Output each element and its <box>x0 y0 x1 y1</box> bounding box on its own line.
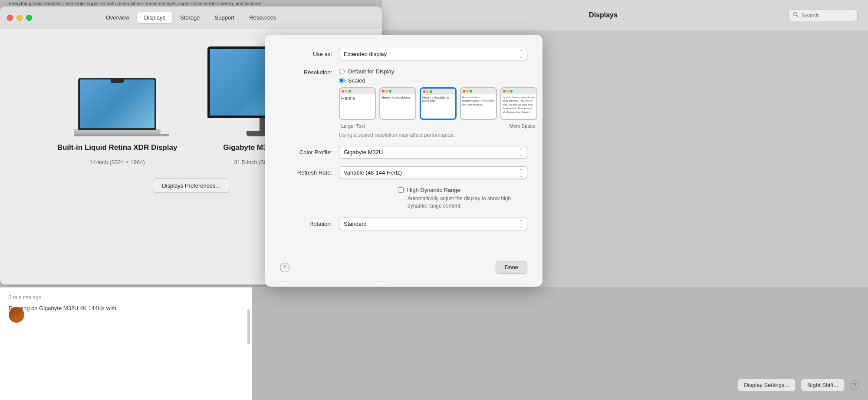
refresh-rate-control: Variable (48-144 Hertz) 144 Hertz 120 He… <box>339 166 527 179</box>
bottom-area: 3 minutes ago Running on Gigabyte M32U 4… <box>0 287 868 400</box>
resolution-thumb-5[interactable]: Here's to the crazy ones who see things … <box>500 87 537 120</box>
chat-timestamp: 3 minutes ago <box>9 294 243 301</box>
use-as-select[interactable]: Extended display Mirror for Built-in Dis… <box>339 48 527 60</box>
thumb-5-yellow-dot <box>506 90 509 93</box>
thumb-3-green-dot <box>430 90 432 93</box>
resolution-options: Default for Display Scaled <box>339 68 537 84</box>
color-profile-select[interactable]: Gigabyte M32U Display P3 sRGB IEC61966-2… <box>339 146 527 159</box>
resolution-control: Default for Display Scaled H <box>339 68 537 138</box>
svg-line-1 <box>796 16 798 17</box>
tab-storage[interactable]: Storage <box>173 12 207 23</box>
res-thumb-4-text: Here's to the cr troublemakers. The ro o… <box>462 96 494 106</box>
resolution-note: Using a scaled resolution may affect per… <box>339 132 537 138</box>
refresh-rate-label: Refresh Rate: <box>280 169 332 176</box>
res-thumb-5-content: Here's to the crazy ones who see things … <box>501 94 536 119</box>
builtin-display-item: Built-in Liquid Retina XDR Display 14-in… <box>57 78 178 165</box>
search-box[interactable] <box>788 9 858 21</box>
use-as-select-wrapper[interactable]: Extended display Mirror for Built-in Dis… <box>339 48 527 60</box>
color-profile-row: Color Profile: Gigabyte M32U Display P3 … <box>280 146 527 159</box>
resolution-thumb-4[interactable]: Here's to the cr troublemakers. The ro o… <box>460 87 497 120</box>
chat-message-row: Running on Gigabyte M32U 4K 144Hz with <box>9 304 243 313</box>
bottom-help-button[interactable]: ? <box>850 380 859 390</box>
resolution-thumb-1[interactable]: Here's <box>339 87 376 120</box>
thumb-4-yellow-dot <box>466 90 469 93</box>
night-shift-button[interactable]: Night Shift... <box>801 379 845 391</box>
top-text-content: Everything looks fantastic, text looks s… <box>9 1 261 6</box>
rotation-label: Rotation: <box>280 221 332 227</box>
color-profile-control: Gigabyte M32U Display P3 sRGB IEC61966-2… <box>339 146 527 159</box>
thumb-4-red-dot <box>463 90 465 93</box>
display-settings-button[interactable]: Display Settings... <box>737 379 796 391</box>
resolution-default-option[interactable]: Default for Display <box>339 68 537 75</box>
refresh-rate-row: Refresh Rate: Variable (48-144 Hertz) 14… <box>280 166 527 179</box>
res-thumb-1-text: Here's <box>341 96 355 101</box>
displays-panel: Use as: Extended display Mirror for Buil… <box>265 35 542 287</box>
res-thumb-2-text: Here's to troublem <box>381 96 410 99</box>
hdr-section: High Dynamic Range Automatically adjust … <box>398 187 527 210</box>
sysprefs-title: Displays <box>521 11 685 19</box>
color-profile-select-wrapper[interactable]: Gigabyte M32U Display P3 sRGB IEC61966-2… <box>339 146 527 159</box>
hdr-row: High Dynamic Range Automatically adjust … <box>280 187 527 210</box>
thumb-3-yellow-dot <box>426 90 429 93</box>
chat-panel: 3 minutes ago Running on Gigabyte M32U 4… <box>0 287 252 400</box>
refresh-rate-select-wrapper[interactable]: Variable (48-144 Hertz) 144 Hertz 120 He… <box>339 166 527 179</box>
use-as-row: Use as: Extended display Mirror for Buil… <box>280 48 527 60</box>
thumb-5-red-dot <box>503 90 506 93</box>
panel-footer: ? Done <box>280 257 527 274</box>
hdr-description: Automatically adjust the display to show… <box>408 195 527 210</box>
traffic-lights <box>7 15 32 21</box>
search-icon <box>793 12 799 19</box>
thumb-1-green-dot <box>349 90 351 93</box>
resolution-more-space-label: More Space <box>510 123 535 129</box>
close-button[interactable] <box>7 15 13 21</box>
displays-preferences-button[interactable]: Displays Preferences... <box>153 179 229 193</box>
chat-message: Running on Gigabyte M32U 4K 144Hz with <box>9 304 116 313</box>
resolution-default-radio[interactable] <box>339 69 345 74</box>
tab-overview[interactable]: Overview <box>99 12 136 23</box>
laptop-bottom <box>74 134 169 136</box>
resolution-thumb-3[interactable]: Here's to troublema ones who <box>420 87 457 120</box>
rotation-select-wrapper[interactable]: Standard 90° 180° 270° ⌃⌄ <box>339 218 527 230</box>
thumb-2-yellow-dot <box>385 90 388 93</box>
thumb-1-red-dot <box>342 90 344 93</box>
thumb-4-green-dot <box>470 90 472 93</box>
search-input[interactable] <box>801 12 853 19</box>
tab-bar: Overview Displays Storage Support Resour… <box>99 12 283 23</box>
hdr-label: High Dynamic Range <box>407 187 460 193</box>
maximize-button[interactable] <box>26 15 32 21</box>
resolution-scaled-option[interactable]: Scaled <box>339 77 537 84</box>
tab-displays[interactable]: Displays <box>137 12 172 23</box>
resolution-scaled-radio[interactable] <box>339 78 345 83</box>
tab-support[interactable]: Support <box>208 12 242 23</box>
res-thumb-5-text: Here's to the crazy ones who see things … <box>503 96 535 113</box>
builtin-display-name: Built-in Liquid Retina XDR Display <box>57 143 178 152</box>
res-thumb-2-bar <box>380 88 415 94</box>
help-button[interactable]: ? <box>280 263 289 272</box>
thumb-5-green-dot <box>510 90 513 93</box>
res-thumb-5-bar <box>501 88 536 94</box>
scroll-handle[interactable] <box>247 309 250 344</box>
done-button[interactable]: Done <box>496 261 527 274</box>
sysprefs-header: Displays <box>382 0 868 30</box>
thumb-2-red-dot <box>382 90 385 93</box>
use-as-control: Extended display Mirror for Built-in Dis… <box>339 48 527 60</box>
hdr-checkbox-row[interactable]: High Dynamic Range <box>398 187 527 193</box>
res-thumb-4-bar <box>461 88 496 94</box>
res-thumb-3-text: Here's to troublema ones who <box>422 96 449 102</box>
refresh-rate-select[interactable]: Variable (48-144 Hertz) 144 Hertz 120 He… <box>339 166 527 179</box>
minimize-button[interactable] <box>16 15 23 21</box>
rotation-control: Standard 90° 180° 270° ⌃⌄ <box>339 218 527 230</box>
thumb-1-yellow-dot <box>345 90 348 93</box>
hdr-checkbox[interactable] <box>398 187 404 193</box>
rotation-row: Rotation: Standard 90° 180° 270° ⌃⌄ <box>280 218 527 230</box>
resolution-thumb-2[interactable]: Here's to troublem <box>379 87 416 120</box>
laptop-notch <box>111 79 124 83</box>
tab-resources[interactable]: Resources <box>242 12 283 23</box>
rotation-select[interactable]: Standard 90° 180° 270° <box>339 218 527 230</box>
res-thumb-1-content: Here's <box>340 94 375 119</box>
color-profile-label: Color Profile: <box>280 149 332 155</box>
resolution-larger-text-label: Larger Text <box>341 123 365 129</box>
builtin-display-spec: 14-inch (3024 × 1964) <box>89 159 145 165</box>
thumb-3-red-dot <box>423 90 425 93</box>
chat-avatar <box>9 307 24 323</box>
